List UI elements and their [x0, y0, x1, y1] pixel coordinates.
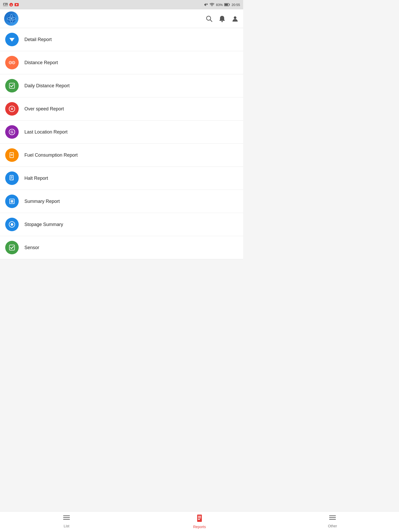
- status-bar-left: a: [3, 3, 19, 6]
- report-icon-distance: [5, 56, 19, 69]
- airtel-icon: a: [9, 3, 13, 6]
- notification-button[interactable]: [218, 15, 226, 23]
- report-icon-halt: [5, 171, 19, 185]
- svg-point-1: [4, 4, 5, 5]
- svg-point-14: [11, 18, 12, 19]
- battery-icon: [224, 3, 230, 6]
- report-icon-detail: [5, 33, 19, 46]
- report-label-overspeed: Over speed Report: [24, 106, 64, 112]
- wifi-icon: [210, 3, 214, 6]
- app-bar: [0, 9, 243, 28]
- report-list: Detail ReportDistance ReportDaily Distan…: [0, 28, 243, 259]
- app-logo: [4, 11, 18, 26]
- youtube-icon: [15, 3, 19, 6]
- svg-point-40: [11, 223, 13, 226]
- svg-point-17: [222, 21, 223, 22]
- svg-point-22: [10, 62, 11, 63]
- status-bar: a 83% 20:55: [0, 0, 243, 9]
- report-label-distance: Distance Report: [24, 60, 58, 65]
- report-item-summary[interactable]: Summary Report: [0, 190, 243, 213]
- svg-marker-19: [9, 38, 15, 42]
- report-label-detail: Detail Report: [24, 37, 52, 42]
- status-bar-right: 83% 20:55: [204, 3, 240, 7]
- report-label-sensor: Sensor: [24, 245, 39, 250]
- report-label-last-location: Last Location Report: [24, 129, 68, 135]
- search-button[interactable]: [205, 15, 213, 23]
- report-icon-summary: [5, 195, 19, 208]
- report-item-sensor[interactable]: Sensor: [0, 236, 243, 259]
- svg-line-16: [210, 20, 212, 22]
- report-icon-overspeed: [5, 102, 19, 116]
- report-item-fuel[interactable]: Fuel Consumption Report: [0, 144, 243, 167]
- svg-rect-9: [229, 4, 230, 5]
- report-item-overspeed[interactable]: Over speed Report: [0, 97, 243, 121]
- mute-icon: [204, 3, 208, 7]
- svg-point-27: [11, 108, 12, 109]
- account-button[interactable]: [231, 15, 239, 23]
- report-label-halt: Halt Report: [24, 176, 48, 181]
- svg-point-23: [13, 62, 14, 63]
- report-item-halt[interactable]: Halt Report: [0, 167, 243, 190]
- report-item-distance[interactable]: Distance Report: [0, 51, 243, 74]
- battery-text: 83%: [216, 3, 223, 7]
- report-icon-stopage: [5, 218, 19, 231]
- report-label-fuel: Fuel Consumption Report: [24, 152, 78, 158]
- report-icon-sensor: [5, 241, 19, 254]
- report-label-daily-distance: Daily Distance Report: [24, 83, 70, 89]
- report-item-detail[interactable]: Detail Report: [0, 28, 243, 51]
- report-icon-fuel: [5, 148, 19, 162]
- report-item-stopage[interactable]: Stopage Summary: [0, 213, 243, 236]
- time-text: 20:55: [231, 3, 240, 7]
- svg-rect-38: [11, 200, 13, 203]
- svg-point-18: [234, 16, 236, 19]
- report-icon-daily-distance: [5, 79, 19, 92]
- svg-rect-10: [225, 4, 228, 6]
- report-item-last-location[interactable]: GLast Location Report: [0, 121, 243, 144]
- report-label-summary: Summary Report: [24, 199, 60, 204]
- image-icon: [3, 3, 8, 6]
- report-icon-last-location: G: [5, 125, 19, 139]
- report-item-daily-distance[interactable]: Daily Distance Report: [0, 74, 243, 97]
- app-bar-actions: [205, 15, 239, 23]
- report-label-stopage: Stopage Summary: [24, 222, 63, 227]
- svg-text:G: G: [11, 130, 14, 134]
